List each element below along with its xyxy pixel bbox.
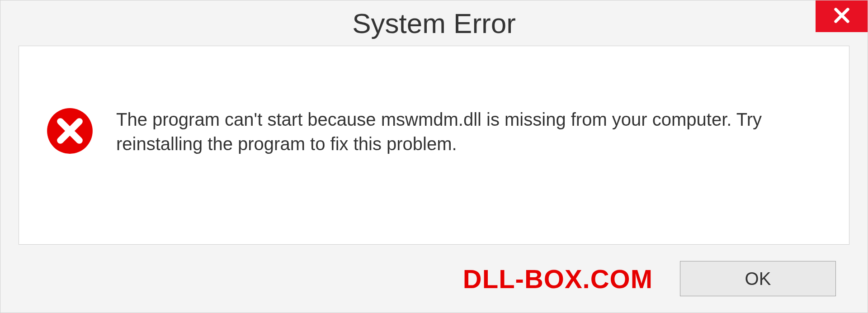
dialog-title: System Error xyxy=(352,7,516,39)
titlebar: System Error xyxy=(0,0,868,46)
error-icon xyxy=(46,107,94,156)
close-icon xyxy=(833,6,851,26)
content-area: The program can't start because mswmdm.d… xyxy=(19,46,849,245)
dialog-footer: DLL-BOX.COM OK xyxy=(0,245,868,313)
error-message: The program can't start because mswmdm.d… xyxy=(116,107,822,156)
close-button[interactable] xyxy=(816,0,868,32)
ok-button[interactable]: OK xyxy=(680,261,836,296)
system-error-dialog: System Error The program can't start bec… xyxy=(0,0,868,313)
watermark-text: DLL-BOX.COM xyxy=(463,264,653,294)
